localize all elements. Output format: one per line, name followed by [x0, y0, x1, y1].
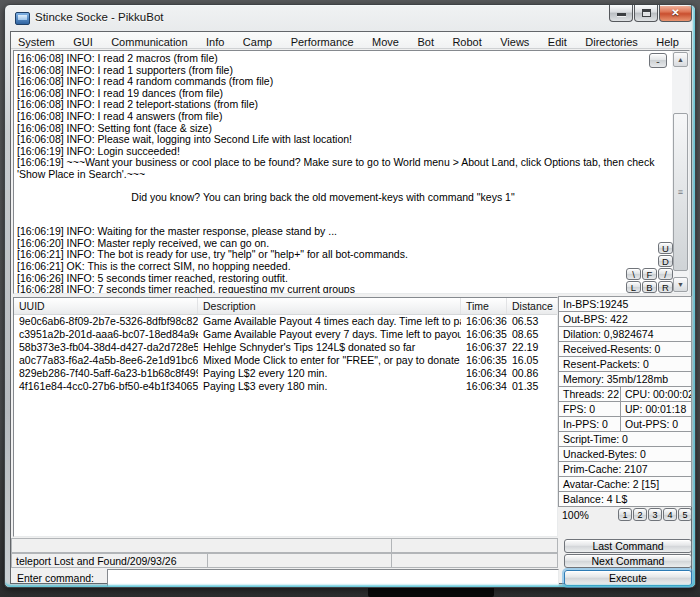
- log-tip-line: Did you know? You can bring back the old…: [17, 192, 629, 204]
- menu-camp[interactable]: Camp: [236, 34, 279, 49]
- stat-avatar-cache: Avatar-Cache: 2 [15]: [558, 476, 692, 492]
- cell-distance: 00.86: [507, 367, 555, 380]
- menu-edit[interactable]: Edit: [541, 34, 574, 49]
- log-line: [16:06:28] INFO: 7 seconds timer reached…: [17, 284, 669, 294]
- status-cell-empty: [391, 553, 558, 568]
- stat-memory: Memory: 35mb/128mb: [558, 371, 692, 387]
- menu-move[interactable]: Move: [365, 34, 406, 49]
- cell-uuid: a0c77a83-f6a2-4a5b-8ee6-2e1d91bc6264: [14, 354, 198, 367]
- move-right-button[interactable]: R: [658, 281, 673, 293]
- cell-description: Mixed Mode Click to enter for "FREE", or…: [198, 354, 461, 367]
- scroll-up-button[interactable]: ▲: [673, 52, 688, 67]
- cell-distance: 06.53: [507, 315, 555, 328]
- close-icon: ✕: [660, 7, 691, 18]
- cell-time: 16:06:36: [461, 315, 507, 328]
- menu-bot[interactable]: Bot: [410, 34, 441, 49]
- scrollbar-thumb[interactable]: ≡: [673, 113, 688, 271]
- log-line: [16:06:19] ~~~Want your business or cool…: [17, 157, 669, 180]
- execute-button[interactable]: Execute: [564, 570, 692, 586]
- menu-gui[interactable]: GUI: [66, 34, 100, 49]
- menu-system[interactable]: System: [11, 34, 62, 49]
- command-input[interactable]: [107, 569, 559, 587]
- client-area: System GUI Communication Info Camp Perfo…: [10, 31, 692, 584]
- menu-directories[interactable]: Directories: [578, 34, 645, 49]
- desktop: Stincke Socke - PikkuBot ✕ System GUI Co…: [0, 0, 700, 597]
- menu-views[interactable]: Views: [493, 34, 536, 49]
- log-scrollbar[interactable]: ▲ ≡ ▼: [672, 51, 689, 293]
- cell-description: Paying L$2 every 120 min.: [198, 367, 461, 380]
- log-corner-button[interactable]: ˍ: [649, 53, 667, 68]
- app-monitor-icon: [15, 12, 30, 25]
- log-line: [16:06:21] OK: This is the correct SIM, …: [17, 261, 669, 273]
- status-cell-empty: [391, 538, 558, 553]
- cell-distance: 22.19: [507, 341, 555, 354]
- page-button-2[interactable]: 2: [633, 508, 647, 521]
- maximize-button[interactable]: [634, 5, 658, 22]
- turn-left-button[interactable]: \: [626, 268, 641, 280]
- object-table[interactable]: UUID Description Time Distance 9e0c6ab6-…: [13, 297, 558, 537]
- stat-received-resents: Received-Resents: 0: [558, 341, 692, 357]
- scroll-down-button[interactable]: ▼: [673, 277, 688, 292]
- table-row[interactable]: 829eb286-7f40-5aff-6a23-b1b68c8f4995 Pay…: [14, 367, 557, 380]
- menu-performance[interactable]: Performance: [284, 34, 361, 49]
- app-window: Stincke Socke - PikkuBot ✕ System GUI Co…: [4, 4, 696, 588]
- cell-uuid: 9e0c6ab6-8f09-2b7e-5326-8dfbf98c823c: [14, 315, 198, 328]
- log-line: [16:06:08] INFO: Please wait, logging in…: [17, 134, 669, 146]
- cell-uuid: 829eb286-7f40-5aff-6a23-b1b68c8f4995: [14, 367, 198, 380]
- enter-command-label: Enter command:: [17, 572, 94, 584]
- column-header-time[interactable]: Time: [461, 298, 507, 314]
- move-back-button[interactable]: B: [642, 281, 657, 293]
- move-forward-button[interactable]: F: [642, 268, 657, 280]
- log-panel[interactable]: [16:06:08] INFO: I read 2 macros (from f…: [13, 50, 690, 294]
- stats-panel: In-BPS:19245 Out-BPS: 422 Dilation: 0,98…: [558, 297, 692, 522]
- zoom-level: 100%: [558, 508, 617, 521]
- cell-description: Game Available Payout 4 times each day. …: [198, 315, 461, 328]
- scroll-up-icon: ▲: [677, 56, 684, 63]
- minimize-button[interactable]: [609, 5, 633, 22]
- table-row[interactable]: 4f161e84-4cc0-27b6-bf50-e4b1f3406588 Pay…: [14, 380, 557, 393]
- status-cell-empty: [11, 538, 392, 553]
- cell-time: 16:06:34: [461, 380, 507, 393]
- page-button-1[interactable]: 1: [618, 508, 632, 521]
- scroll-down-icon: ▼: [677, 281, 684, 288]
- cell-description: Game Available Payout every 7 days. Time…: [198, 328, 461, 341]
- stat-prim-cache: Prim-Cache: 2107: [558, 461, 692, 477]
- cell-uuid: 58b373e3-fb04-38d4-d427-da2d728e5bfe: [14, 341, 198, 354]
- page-button-5[interactable]: 5: [678, 508, 692, 521]
- column-header-uuid[interactable]: UUID: [14, 298, 198, 314]
- move-up-button[interactable]: U: [658, 242, 673, 254]
- column-header-distance[interactable]: Distance: [507, 298, 555, 314]
- move-left-button[interactable]: L: [626, 281, 641, 293]
- page-button-4[interactable]: 4: [663, 508, 677, 521]
- menu-help[interactable]: Help: [649, 34, 686, 49]
- turn-right-button[interactable]: /: [658, 268, 673, 280]
- table-row[interactable]: c3951a2b-201d-aaa6-bc07-18ed84a9ec... Ga…: [14, 328, 557, 341]
- close-button[interactable]: ✕: [659, 5, 692, 22]
- last-command-button[interactable]: Last Command: [564, 539, 692, 553]
- column-header-description[interactable]: Description: [198, 298, 461, 314]
- stat-balance: Balance: 4 L$: [558, 491, 692, 507]
- menu-communication[interactable]: Communication: [104, 34, 194, 49]
- stat-uptime: UP: 00:01:18: [620, 401, 692, 417]
- menu-online[interactable]: Online: [690, 34, 691, 49]
- stat-script-time: Script-Time: 0: [558, 431, 692, 447]
- table-row[interactable]: 58b373e3-fb04-38d4-d427-da2d728e5bfe Heh…: [14, 341, 557, 354]
- menu-info[interactable]: Info: [199, 34, 231, 49]
- log-line: [16:06:19] INFO: Waiting for the master …: [17, 226, 669, 238]
- next-command-button[interactable]: Next Command: [564, 554, 692, 568]
- cell-uuid: 4f161e84-4cc0-27b6-bf50-e4b1f3406588: [14, 380, 198, 393]
- stat-fps: FPS: 0: [558, 401, 621, 417]
- page-button-3[interactable]: 3: [648, 508, 662, 521]
- status-cell-empty: [207, 553, 392, 568]
- cell-uuid: c3951a2b-201d-aaa6-bc07-18ed84a9ec...: [14, 328, 198, 341]
- table-row[interactable]: 9e0c6ab6-8f09-2b7e-5326-8dfbf98c823c Gam…: [14, 315, 557, 328]
- stat-resent-packets: Resent-Packets: 0: [558, 356, 692, 372]
- title-bar[interactable]: Stincke Socke - PikkuBot ✕: [5, 5, 695, 31]
- menu-robot[interactable]: Robot: [445, 34, 488, 49]
- table-row[interactable]: a0c77a83-f6a2-4a5b-8ee6-2e1d91bc6264 Mix…: [14, 354, 557, 367]
- table-header: UUID Description Time Distance: [14, 298, 557, 315]
- cell-description: Hehlge Schnyder's Tips 124L$ donated so …: [198, 341, 461, 354]
- move-down-button[interactable]: D: [658, 255, 673, 267]
- window-title: Stincke Socke - PikkuBot: [35, 11, 163, 23]
- stat-threads: Threads: 22: [558, 386, 621, 402]
